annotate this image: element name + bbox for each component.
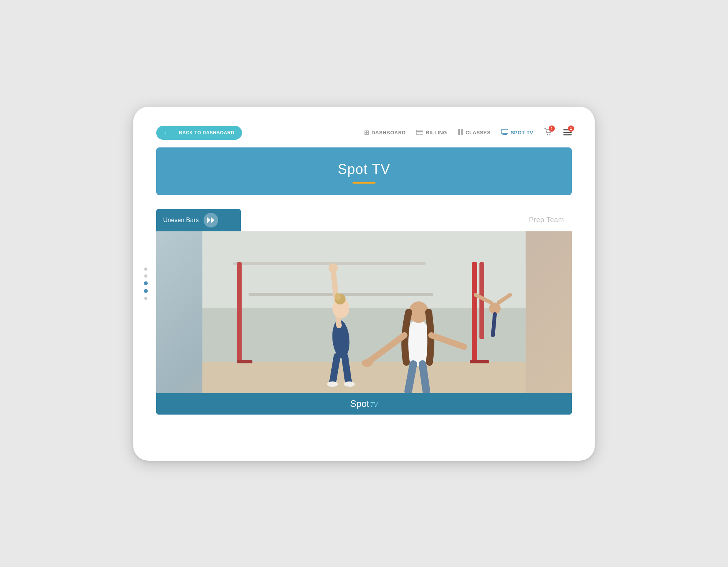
nav-classes-label: CLASSES <box>466 130 491 135</box>
hero-underline <box>352 182 376 184</box>
scroll-dot-4 <box>144 289 148 293</box>
video-tag: Uneven Bars <box>156 209 241 231</box>
svg-rect-11 <box>563 134 572 135</box>
back-button-label: ← BACK TO DASHBOARD <box>173 130 235 135</box>
svg-rect-6 <box>503 134 507 135</box>
svg-point-7 <box>547 134 548 135</box>
svg-rect-3 <box>461 129 463 135</box>
video-label-row: Uneven Bars Prep Team <box>156 209 572 231</box>
spottv-icon <box>501 129 508 136</box>
nav-spottv[interactable]: SPOT TV <box>501 129 533 136</box>
scroll-dot-2 <box>144 274 147 278</box>
back-arrow-icon: ← <box>164 130 170 136</box>
video-player[interactable] <box>156 231 572 393</box>
spottv-logo: Spot TV <box>350 398 378 409</box>
svg-marker-13 <box>211 217 214 223</box>
scroll-dots <box>144 268 148 300</box>
hero-banner: Spot TV <box>156 147 572 195</box>
nav-classes[interactable]: CLASSES <box>458 129 491 137</box>
video-bottom-bar: Spot TV <box>156 393 572 415</box>
back-to-dashboard-button[interactable]: ← ← BACK TO DASHBOARD <box>156 126 242 140</box>
top-nav: ← ← BACK TO DASHBOARD ⊞ DASHBOARD BILLIN… <box>156 126 572 140</box>
nav-spottv-label: SPOT TV <box>511 130 533 135</box>
scroll-dot-1 <box>144 268 147 271</box>
svg-rect-10 <box>563 132 572 133</box>
scroll-dot-5 <box>144 297 147 300</box>
menu-badge: 1 <box>568 125 574 132</box>
svg-rect-4 <box>501 129 508 134</box>
svg-rect-2 <box>458 129 460 135</box>
svg-point-8 <box>549 134 551 135</box>
cart-button[interactable]: 1 <box>544 128 553 137</box>
nav-dashboard[interactable]: ⊞ DASHBOARD <box>364 129 406 136</box>
svg-rect-5 <box>504 134 506 134</box>
svg-rect-1 <box>416 131 423 132</box>
scroll-dot-3 <box>144 281 148 285</box>
nav-links: ⊞ DASHBOARD BILLING <box>364 128 572 138</box>
svg-marker-12 <box>207 217 210 223</box>
tablet-frame: ← ← BACK TO DASHBOARD ⊞ DASHBOARD BILLIN… <box>133 107 595 461</box>
svg-rect-0 <box>416 130 423 135</box>
nav-billing-label: BILLING <box>426 130 447 135</box>
tv-logo-text: TV <box>370 401 377 408</box>
dashboard-icon: ⊞ <box>364 129 369 136</box>
nav-dashboard-label: DASHBOARD <box>371 130 406 135</box>
svg-rect-46 <box>202 231 526 393</box>
cart-badge: 1 <box>549 125 555 132</box>
hero-title: Spot TV <box>164 161 564 177</box>
video-section: Uneven Bars Prep Team <box>156 209 572 415</box>
video-tag-label: Uneven Bars <box>163 217 199 224</box>
play-forward-icon[interactable] <box>204 213 218 227</box>
nav-billing[interactable]: BILLING <box>416 129 447 136</box>
classes-icon <box>458 129 463 137</box>
video-category-label: Prep Team <box>529 216 572 224</box>
hamburger-menu-button[interactable]: 1 <box>563 128 572 138</box>
spot-logo-text: Spot <box>350 398 369 409</box>
billing-icon <box>416 129 423 136</box>
